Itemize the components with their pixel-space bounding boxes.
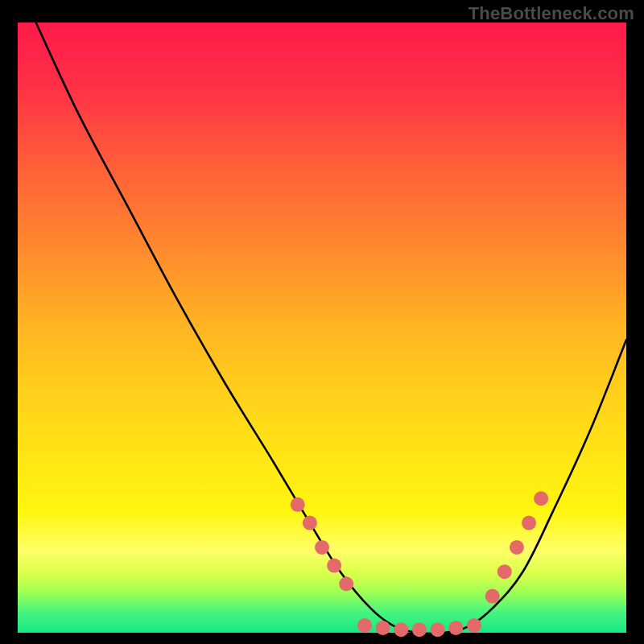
svg-point-15 — [510, 540, 524, 555]
svg-point-12 — [467, 618, 481, 633]
svg-point-11 — [448, 621, 463, 635]
svg-point-10 — [431, 622, 445, 637]
bottleneck-chart — [0, 0, 644, 644]
svg-point-17 — [534, 491, 548, 506]
svg-point-9 — [412, 622, 427, 637]
svg-point-5 — [339, 576, 353, 591]
svg-point-8 — [394, 622, 408, 637]
watermark-text: TheBottleneck.com — [469, 3, 634, 24]
svg-point-13 — [485, 589, 500, 604]
svg-point-6 — [357, 618, 372, 633]
svg-point-7 — [376, 621, 390, 635]
svg-point-2 — [303, 516, 317, 530]
svg-point-14 — [497, 564, 512, 579]
svg-point-4 — [327, 559, 341, 573]
svg-point-1 — [291, 497, 305, 512]
chart-frame: TheBottleneck.com — [0, 0, 644, 644]
svg-point-3 — [315, 540, 329, 555]
svg-point-16 — [522, 516, 536, 530]
